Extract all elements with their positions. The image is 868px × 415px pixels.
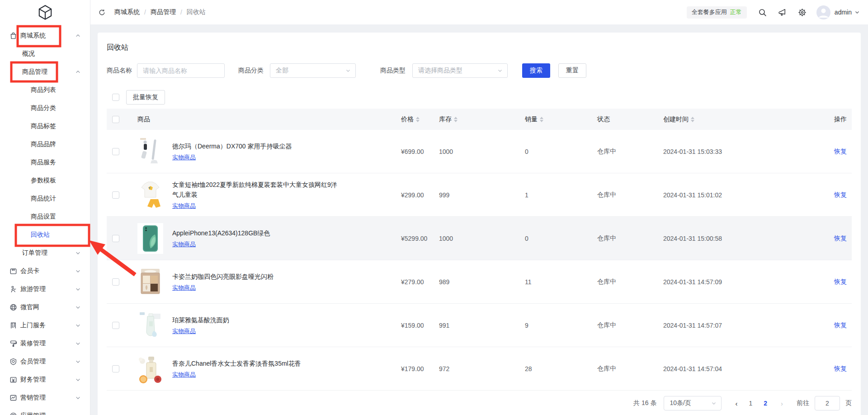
sidebar-item-goods-tag[interactable]: 商品标签 — [0, 117, 90, 135]
row-checkbox[interactable] — [112, 322, 119, 329]
sidebar-item-label: 商品品牌 — [31, 140, 56, 148]
search-button[interactable]: 搜索 — [522, 63, 550, 78]
sidebar-item-goods-manage[interactable]: 商品管理 — [0, 63, 90, 81]
sidebar-item-member-card[interactable]: 会员卡 — [0, 262, 90, 280]
chevron-down-icon — [75, 250, 81, 256]
sidebar-item-goods-settings[interactable]: 商品设置 — [0, 208, 90, 226]
goods-category-select[interactable]: 全部 — [270, 63, 356, 78]
breadcrumb-item[interactable]: 商品管理 — [151, 8, 176, 16]
sidebar-item-finance-manage[interactable]: 财务管理 — [0, 371, 90, 389]
page-number-1[interactable]: 1 — [749, 400, 752, 407]
package-badge[interactable]: 全套餐多应用 正常 — [687, 6, 747, 19]
sidebar-item-label: 商品分类 — [31, 104, 56, 112]
sidebar-item-mall-system[interactable]: 商城系统 — [0, 27, 90, 45]
reset-button[interactable]: 重置 — [558, 63, 586, 78]
chevron-down-icon — [75, 268, 81, 274]
cell-sales: 1 — [525, 191, 597, 199]
sort-icon — [691, 117, 694, 122]
sidebar-item-home-service[interactable]: 上门服务 — [0, 316, 90, 334]
sidebar-item-label: 概况 — [22, 50, 35, 58]
select-all-checkbox[interactable] — [112, 94, 119, 101]
product-type-tag[interactable]: 实物商品 — [172, 240, 196, 248]
sidebar-item-goods-list[interactable]: 商品列表 — [0, 81, 90, 99]
sidebar-item-goods-category[interactable]: 商品分类 — [0, 99, 90, 117]
cell-price: ¥299.00 — [401, 191, 439, 199]
sidebar-item-overview[interactable]: 概况 — [0, 45, 90, 63]
sidebar-item-travel-manage[interactable]: 旅游管理 — [0, 280, 90, 298]
batch-restore-button[interactable]: 批量恢复 — [126, 90, 165, 105]
cell-sales: 28 — [525, 365, 597, 372]
sidebar-nav: 商城系统概况商品管理商品列表商品分类商品标签商品品牌商品服务参数模板商品统计商品… — [0, 24, 90, 415]
search-icon[interactable] — [758, 8, 767, 17]
sidebar-item-marketing-manage[interactable]: 营销管理 — [0, 389, 90, 407]
table-row: 香奈儿Chanel香水女士发香雾淡香氛35ml花香实物商品¥179.009722… — [107, 347, 852, 391]
restore-link[interactable]: 恢复 — [834, 234, 847, 242]
header-checkbox[interactable] — [112, 116, 119, 123]
restore-link[interactable]: 恢复 — [834, 278, 847, 285]
sidebar-item-recycle-bin[interactable]: 回收站 — [0, 226, 90, 244]
product-title: 德尔玛（Deerma）DX700 家用手持吸尘器 — [172, 141, 292, 151]
product-image — [137, 180, 163, 210]
sidebar-item-label: 商品标签 — [31, 122, 56, 130]
sidebar-item-member-manage[interactable]: 会员管理 — [0, 353, 90, 371]
sidebar-item-goods-stats[interactable]: 商品统计 — [0, 190, 90, 208]
goods-name-input[interactable] — [137, 63, 225, 78]
sidebar-item-decor-manage[interactable]: 装修管理 — [0, 334, 90, 353]
refresh-icon[interactable] — [99, 9, 105, 16]
row-checkbox[interactable] — [112, 148, 119, 155]
table-row: 珀莱雅氨基酸洗面奶实物商品¥159.009919仓库中2024-01-31 14… — [107, 304, 852, 347]
col-created[interactable]: 创建时间 — [663, 115, 771, 124]
product-type-tag[interactable]: 实物商品 — [172, 284, 196, 292]
row-checkbox[interactable] — [112, 278, 119, 286]
user-chevron-down-icon[interactable] — [854, 10, 860, 15]
cell-price: ¥179.00 — [401, 365, 439, 372]
restore-link[interactable]: 恢复 — [834, 321, 847, 329]
goto-page-input[interactable] — [815, 396, 840, 410]
sidebar-item-label: 商品管理 — [22, 68, 47, 76]
product-type-tag[interactable]: 实物商品 — [172, 153, 196, 162]
goods-type-label: 商品类型 — [380, 67, 406, 75]
marketing-icon — [9, 394, 17, 402]
avatar[interactable] — [816, 5, 830, 19]
breadcrumb-separator: / — [144, 9, 146, 16]
announcement-icon[interactable] — [778, 8, 787, 17]
sidebar-item-goods-brand[interactable]: 商品品牌 — [0, 135, 90, 153]
page-size-select[interactable]: 10条/页 — [664, 396, 722, 410]
sidebar-item-app-manage[interactable]: 应用管理 — [0, 407, 90, 415]
finance-icon — [9, 376, 17, 384]
product-type-tag[interactable]: 实物商品 — [172, 371, 196, 379]
sidebar-item-order-manage[interactable]: 订单管理 — [0, 244, 90, 262]
product-image — [137, 310, 163, 341]
page-number-2[interactable]: 2 — [764, 400, 767, 407]
row-checkbox[interactable] — [112, 365, 119, 372]
cube-logo-icon — [37, 4, 54, 21]
col-sales[interactable]: 销量 — [525, 115, 597, 124]
breadcrumb-item[interactable]: 商城系统 — [114, 8, 140, 16]
sidebar-item-label: 商品统计 — [31, 195, 56, 203]
cell-created: 2024-01-31 14:57:09 — [663, 278, 771, 286]
restore-link[interactable]: 恢复 — [834, 148, 847, 155]
goods-type-select[interactable]: 请选择商品类型 — [412, 63, 508, 78]
cell-stock: 1000 — [439, 148, 525, 155]
col-price[interactable]: 价格 — [401, 115, 439, 124]
product-type-tag[interactable]: 实物商品 — [172, 202, 196, 210]
next-page-button[interactable]: › — [781, 400, 783, 407]
sidebar-item-label: 回收站 — [31, 231, 50, 239]
settings-gear-icon[interactable] — [798, 8, 807, 17]
globe-icon — [9, 304, 17, 311]
sidebar-item-micro-site[interactable]: 微官网 — [0, 298, 90, 316]
sidebar-item-param-template[interactable]: 参数模板 — [0, 172, 90, 190]
product-type-tag[interactable]: 实物商品 — [172, 327, 196, 335]
cell-created: 2024-01-31 15:01:02 — [663, 191, 771, 199]
cell-created: 2024-01-31 14:57:07 — [663, 322, 771, 329]
sidebar-item-goods-service[interactable]: 商品服务 — [0, 153, 90, 172]
row-checkbox[interactable] — [112, 191, 119, 199]
username[interactable]: admin — [835, 9, 852, 16]
cell-sales: 11 — [525, 278, 597, 286]
row-checkbox[interactable] — [112, 235, 119, 242]
cell-sales: 0 — [525, 235, 597, 242]
sidebar-item-label: 微官网 — [20, 303, 39, 311]
col-stock[interactable]: 库存 — [439, 115, 525, 124]
restore-link[interactable]: 恢复 — [834, 191, 847, 198]
restore-link[interactable]: 恢复 — [834, 365, 847, 372]
